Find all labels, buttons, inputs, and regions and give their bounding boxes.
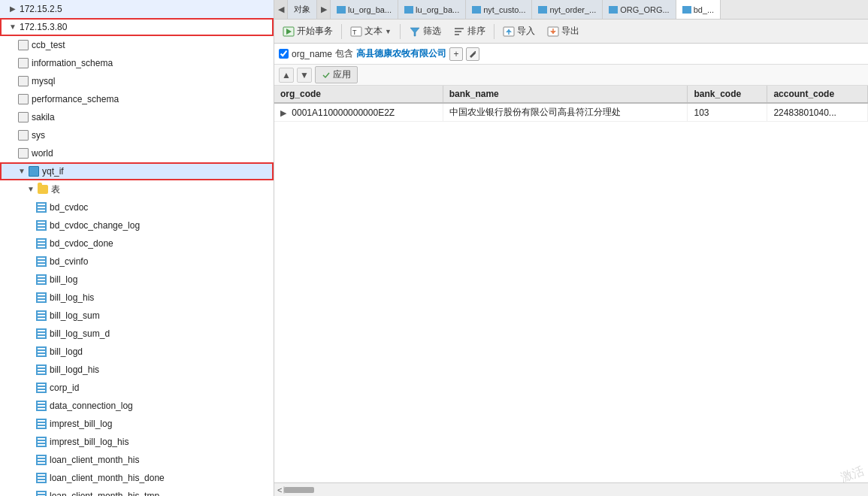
table-bill-log[interactable]: bill_log [0, 271, 274, 289]
table-row[interactable]: ▶ 0001A110000000000E2Z 中国农业银行股份有限公司高县符江分… [274, 103, 868, 122]
col-org-code[interactable]: org_code [274, 86, 443, 103]
sort-down-button[interactable]: ▼ [297, 68, 312, 83]
table-icon [36, 274, 47, 285]
table-icon [36, 455, 47, 465]
cell-account-code: 22483801040... [767, 103, 868, 122]
apply-label: 应用 [333, 68, 351, 81]
tab-nav-left[interactable]: ◀ [274, 0, 288, 20]
apply-button[interactable]: 应用 [315, 66, 358, 83]
table-label: data_connection_log [50, 398, 133, 413]
table-label: bd_cvinfo [50, 254, 88, 269]
table-label: bd_cvdoc [50, 200, 88, 215]
table-label: bill_logd [50, 344, 83, 359]
import-label: 导入 [517, 25, 535, 38]
table-bill-logd[interactable]: bill_logd [0, 343, 274, 361]
data-table-area[interactable]: org_code bank_name bank_code account_cod… [274, 86, 868, 482]
db-mysql[interactable]: mysql [0, 72, 274, 90]
tab-lu-org-ba-2[interactable]: lu_org_ba... [398, 0, 466, 20]
database-icon [29, 166, 39, 177]
table-loan-client-month-his-done[interactable]: loan_client_month_his_done [0, 469, 274, 487]
table-imprest-bill-log[interactable]: imprest_bill_log [0, 415, 274, 433]
table-label: imprest_bill_log_his [50, 434, 129, 449]
db-information-schema[interactable]: information_schema [0, 54, 274, 72]
table-bd-cvdoc-change-log[interactable]: bd_cvdoc_change_log [0, 216, 274, 234]
filter-value: 高县德康农牧有限公司 [356, 47, 446, 60]
toolbar: 开始事务 T 文本 ▼ 筛选 [274, 20, 868, 44]
table-icon [36, 401, 47, 411]
table-icon [36, 292, 47, 303]
table-bill-logd-his[interactable]: bill_logd_his [0, 361, 274, 379]
filter-edit-button[interactable] [466, 47, 479, 61]
caret-down-icon: ▼ [27, 182, 35, 197]
sort-button[interactable]: 排序 [448, 23, 491, 40]
filter-label: 筛选 [423, 25, 441, 38]
start-transaction-button[interactable]: 开始事务 [277, 23, 338, 40]
scroll-left-btn[interactable]: < [277, 485, 282, 494]
db-sakila[interactable]: sakila [0, 108, 274, 126]
folder-icon [38, 185, 48, 194]
table-bd-cvinfo[interactable]: bd_cvinfo [0, 253, 274, 271]
table-icon [36, 383, 47, 393]
separator [341, 24, 342, 39]
server-node-1[interactable]: ▶ 172.15.2.5 [0, 0, 274, 18]
server-node-2[interactable]: ▼ 172.15.3.80 [0, 18, 274, 36]
filter-button[interactable]: 筛选 [404, 23, 446, 40]
scroll-track[interactable] [283, 486, 285, 494]
server-ip-1: 172.15.2.5 [20, 2, 62, 17]
table-tab-icon [682, 6, 691, 14]
tab-nav-right[interactable]: ▶ [317, 0, 331, 20]
filter-icon [409, 26, 421, 38]
db-ccb-test[interactable]: ccb_test [0, 36, 274, 54]
svg-text:T: T [352, 29, 357, 36]
tab-lu-org-ba-1[interactable]: lu_org_ba... [331, 0, 398, 20]
sort-up-button[interactable]: ▲ [279, 68, 294, 83]
col-bank-code[interactable]: bank_code [688, 86, 767, 103]
filter-add-button[interactable]: + [449, 47, 463, 61]
table-bill-log-his[interactable]: bill_log_his [0, 289, 274, 307]
table-bd-cvdoc-done[interactable]: bd_cvdoc_done [0, 234, 274, 253]
db-yqt-if[interactable]: ▼ yqt_if [0, 162, 274, 180]
bottom-scrollbar[interactable]: < [274, 482, 868, 496]
separator [400, 24, 401, 39]
db-world[interactable]: world [0, 144, 274, 162]
db-sys[interactable]: sys [0, 126, 274, 144]
table-bill-log-sum-d[interactable]: bill_log_sum_d [0, 325, 274, 343]
table-tab-icon [609, 6, 618, 14]
table-loan-client-month-his-tmp[interactable]: loan_client_month_his_tmp [0, 487, 274, 496]
table-label: bill_logd_his [50, 362, 99, 377]
text-button[interactable]: T 文本 ▼ [345, 23, 397, 40]
tab-nyt-order[interactable]: nyt_order_... [532, 0, 603, 20]
table-icon [36, 310, 47, 321]
database-icon [18, 58, 29, 68]
tab-bd[interactable]: bd_... [676, 0, 721, 20]
db-performance-schema[interactable]: performance_schema [0, 90, 274, 108]
tab-objects[interactable]: 对象 [288, 0, 317, 20]
tables-folder[interactable]: ▼ 表 [0, 180, 274, 198]
col-account-code[interactable]: account_code [767, 86, 868, 103]
edit-icon [468, 50, 477, 59]
table-corp-id[interactable]: corp_id [0, 379, 274, 397]
table-data-connection-log[interactable]: data_connection_log [0, 397, 274, 415]
separator [494, 24, 494, 39]
server-ip-2: 172.15.3.80 [20, 20, 67, 35]
export-button[interactable]: 导出 [542, 23, 585, 40]
table-label: bill_log_sum [50, 308, 100, 323]
col-bank-name[interactable]: bank_name [443, 86, 688, 103]
svg-marker-4 [410, 28, 419, 36]
sort-label: 排序 [467, 25, 485, 38]
table-bill-log-sum[interactable]: bill_log_sum [0, 307, 274, 325]
table-icon [36, 473, 47, 483]
filter-checkbox[interactable] [279, 49, 289, 59]
table-loan-client-month-his[interactable]: loan_client_month_his [0, 451, 274, 469]
table-label: loan_client_month_his [50, 452, 139, 467]
database-icon [18, 94, 29, 104]
table-bd-cvdoc[interactable]: bd_cvdoc [0, 198, 274, 216]
tab-nyt-custo[interactable]: nyt_custo... [466, 0, 532, 20]
table-tab-icon [472, 6, 481, 14]
import-button[interactable]: 导入 [498, 23, 540, 40]
tab-org-org[interactable]: ORG_ORG... [603, 0, 676, 20]
table-imprest-bill-log-his[interactable]: imprest_bill_log_his [0, 433, 274, 451]
table-label: bd_cvdoc_done [50, 236, 113, 251]
tab-label: bd_... [694, 5, 715, 14]
sort-icon [453, 26, 465, 38]
